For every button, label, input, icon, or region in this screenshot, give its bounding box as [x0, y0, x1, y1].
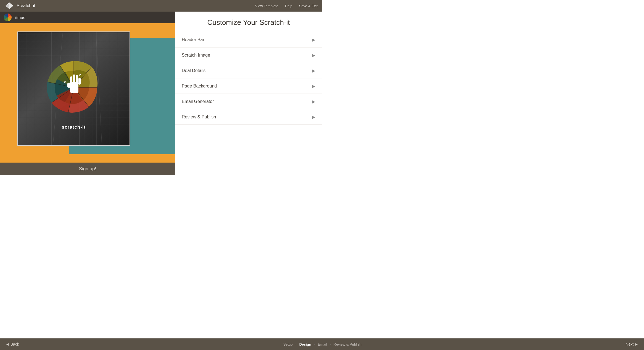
- section-item-scratch-image[interactable]: Scratch Image▶: [175, 47, 322, 63]
- section-chevron-icon: ▶: [312, 53, 315, 57]
- section-item-page-background[interactable]: Page Background▶: [175, 78, 322, 94]
- svg-rect-13: [76, 75, 78, 84]
- litmus-brand-name: litmus: [14, 15, 25, 20]
- section-chevron-icon: ▶: [312, 68, 315, 73]
- save-exit-button[interactable]: Save & Exit: [299, 4, 318, 8]
- section-label: Email Generator: [182, 99, 214, 104]
- help-button[interactable]: Help: [285, 4, 292, 8]
- section-item-header-bar[interactable]: Header Bar▶: [175, 32, 322, 47]
- svg-rect-12: [73, 74, 75, 84]
- section-chevron-icon: ▶: [312, 99, 315, 104]
- section-item-deal-details[interactable]: Deal Details▶: [175, 63, 322, 78]
- litmus-logo-icon: [4, 14, 12, 21]
- logo-area: Scratch-it: [4, 1, 35, 11]
- section-label: Scratch Image: [182, 53, 210, 58]
- view-template-button[interactable]: View Template: [255, 4, 278, 8]
- section-chevron-icon: ▶: [312, 115, 315, 119]
- svg-text:↗: ↗: [78, 73, 81, 77]
- customize-sections: Header Bar▶Scratch Image▶Deal Details▶Pa…: [175, 32, 322, 175]
- section-label: Header Bar: [182, 37, 204, 42]
- signup-bar: Sign up!: [0, 163, 175, 175]
- section-label: Deal Details: [182, 68, 205, 73]
- customize-title: Customize Your Scratch-it: [175, 12, 322, 32]
- signup-text: Sign up!: [79, 166, 96, 172]
- main-layout: litmus: [0, 12, 322, 175]
- bird-logo-icon: [4, 1, 14, 11]
- svg-rect-15: [67, 83, 71, 88]
- svg-rect-14: [78, 78, 81, 84]
- brand-bar: litmus: [0, 12, 175, 23]
- right-panel: Customize Your Scratch-it Header Bar▶Scr…: [175, 12, 322, 175]
- scratch-label: scratch-it: [62, 124, 86, 130]
- section-label: Page Background: [182, 84, 217, 89]
- nav-actions: View Template Help Save & Exit: [255, 4, 318, 8]
- section-chevron-icon: ▶: [312, 84, 315, 88]
- app-title: Scratch-it: [17, 3, 35, 8]
- section-label: Review & Publish: [182, 115, 216, 120]
- section-item-review-and-publish[interactable]: Review & Publish▶: [175, 109, 322, 125]
- left-panel: litmus: [0, 12, 175, 175]
- top-nav-bar: Scratch-it View Template Help Save & Exi…: [0, 0, 322, 12]
- section-chevron-icon: ▶: [312, 38, 315, 42]
- svg-text:↙: ↙: [64, 79, 67, 83]
- scratch-wheel: ↙ ↗: [38, 51, 110, 123]
- section-item-email-generator[interactable]: Email Generator▶: [175, 94, 322, 109]
- preview-area: ↙ ↗ scratch-it: [0, 23, 175, 163]
- scratch-card-preview: ↙ ↗ scratch-it: [17, 31, 130, 146]
